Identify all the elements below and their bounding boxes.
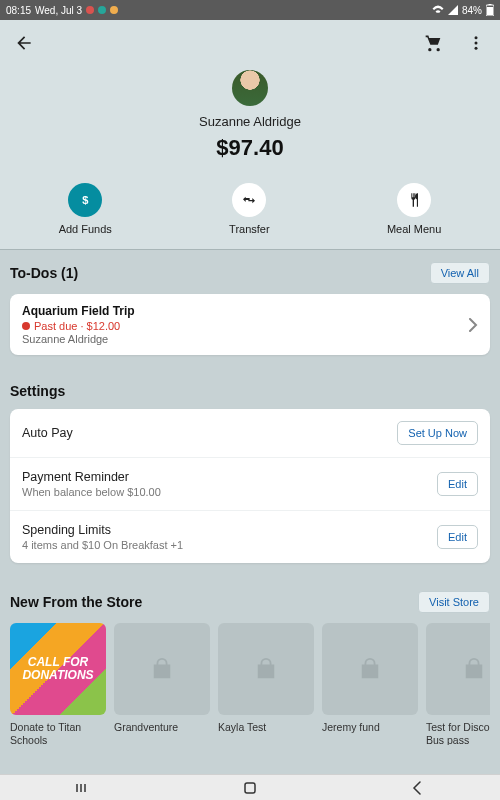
store-item-label: Grandventure [114,721,210,745]
transfer-button[interactable]: Transfer [229,183,270,235]
dollar-icon: $ [82,194,88,206]
add-funds-button[interactable]: $ Add Funds [59,183,112,235]
setting-title: Auto Pay [22,426,73,440]
notification-dot-icon [98,6,106,14]
svg-point-5 [475,47,478,50]
settings-card: Auto Pay Set Up Now Payment Reminder Whe… [10,409,490,563]
set-up-now-button[interactable]: Set Up Now [397,421,478,445]
store-tile: CALL FOR DONATIONS [10,623,106,715]
alert-dot-icon [22,322,30,330]
setting-payment-reminder: Payment Reminder When balance below $10.… [10,457,490,510]
store-item[interactable]: Jeremy fund [322,623,418,745]
setting-desc: 4 items and $10 On Breakfast +1 [22,539,183,551]
bag-icon [151,658,173,680]
store-tile [114,623,210,715]
setting-spending-limits: Spending Limits 4 items and $10 On Break… [10,510,490,563]
edit-button[interactable]: Edit [437,525,478,549]
store-item-label: Jeremy fund [322,721,418,745]
svg-rect-9 [245,783,255,793]
todos-section: To-Dos (1) View All Aquarium Field Trip … [0,250,500,371]
store-item-label: Donate to Titan Schools [10,721,106,745]
back-button[interactable] [12,31,36,55]
quick-actions: $ Add Funds Transfer Meal Menu [0,173,500,250]
store-tile [426,623,490,715]
store-item[interactable]: Kayla Test [218,623,314,745]
store-item-label: Test for Discount Bus pass [426,721,490,745]
todo-person: Suzanne Aldridge [22,333,135,345]
store-tile [322,623,418,715]
todo-status: Past due · $12.00 [34,320,120,332]
setting-title: Payment Reminder [22,470,161,484]
notification-dot-icon [86,6,94,14]
edit-button[interactable]: Edit [437,472,478,496]
todo-item[interactable]: Aquarium Field Trip Past due · $12.00 Su… [10,294,490,355]
view-all-button[interactable]: View All [430,262,490,284]
visit-store-button[interactable]: Visit Store [418,591,490,613]
svg-rect-1 [489,4,492,5]
battery-text: 84% [462,5,482,16]
bag-icon [255,658,277,680]
todo-title: Aquarium Field Trip [22,304,135,318]
store-item-label: Kayla Test [218,721,314,745]
status-date: Wed, Jul 3 [35,5,82,16]
store-items-row: CALL FOR DONATIONS Donate to Titan Schoo… [10,623,490,745]
chevron-right-icon [468,318,478,332]
store-tile [218,623,314,715]
status-time: 08:15 [6,5,31,16]
app-bar [0,20,500,66]
meal-icon [406,192,422,208]
nav-back-button[interactable] [408,779,426,797]
svg-point-4 [475,42,478,45]
store-section: New From the Store Visit Store CALL FOR … [0,579,500,779]
signal-icon [448,5,458,15]
store-item[interactable]: Test for Discount Bus pass [426,623,490,745]
student-profile: Suzanne Aldridge $97.40 [0,66,500,173]
cart-button[interactable] [422,31,446,55]
bag-icon [359,658,381,680]
store-item[interactable]: Grandventure [114,623,210,745]
avatar [232,70,268,106]
setting-desc: When balance below $10.00 [22,486,161,498]
todos-header: To-Dos (1) [10,265,78,281]
recent-apps-button[interactable] [74,779,92,797]
store-header: New From the Store [10,594,142,610]
store-item-donate[interactable]: CALL FOR DONATIONS Donate to Titan Schoo… [10,623,106,745]
home-button[interactable] [241,779,259,797]
svg-rect-2 [487,7,493,15]
transfer-icon [241,192,257,208]
bag-icon [463,658,485,680]
add-funds-label: Add Funds [59,223,112,235]
account-balance: $97.40 [216,135,283,161]
android-status-bar: 08:15 Wed, Jul 3 84% [0,0,500,20]
meal-menu-button[interactable]: Meal Menu [387,183,441,235]
android-nav-bar [0,774,500,800]
wifi-icon [432,5,444,15]
setting-auto-pay: Auto Pay Set Up Now [10,409,490,457]
svg-point-3 [475,36,478,39]
more-button[interactable] [464,31,488,55]
meal-menu-label: Meal Menu [387,223,441,235]
settings-section: Settings Auto Pay Set Up Now Payment Rem… [0,371,500,579]
student-name: Suzanne Aldridge [199,114,301,129]
battery-icon [486,4,494,16]
notification-dot-icon [110,6,118,14]
setting-title: Spending Limits [22,523,183,537]
settings-header: Settings [10,383,65,399]
transfer-label: Transfer [229,223,270,235]
